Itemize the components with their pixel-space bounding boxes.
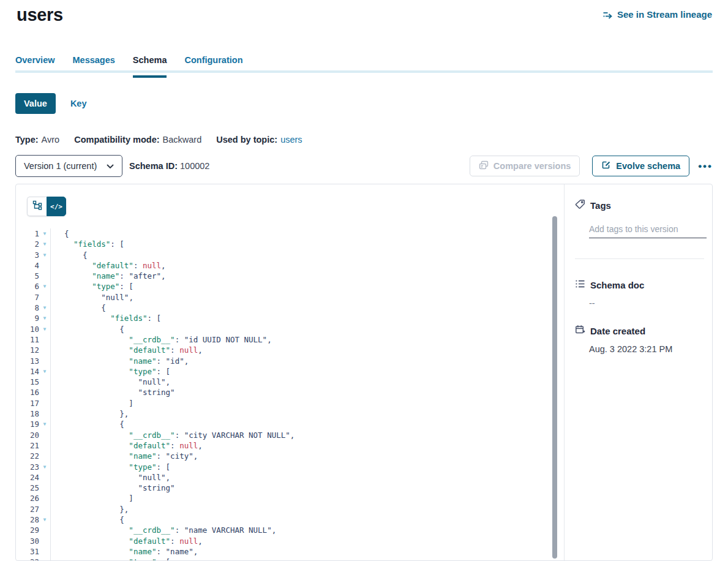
fold-toggle-icon[interactable]: ▼ (39, 303, 50, 313)
code-line: 29 "__crdb__": "name VARCHAR NULL", (16, 525, 563, 535)
see-in-stream-lineage-link[interactable]: See in Stream lineage (602, 9, 712, 20)
code-text: "name": "name", (50, 546, 563, 557)
fold-gutter (39, 271, 50, 281)
code-line: 4 "default": null, (16, 260, 563, 271)
schema-doc-title: Schema doc (590, 280, 644, 290)
line-number: 7 (16, 292, 39, 303)
lineage-link-label: See in Stream lineage (617, 9, 712, 20)
tab-overview[interactable]: Overview (15, 55, 55, 78)
code-line: 6▼ "type": [ (16, 281, 563, 292)
line-number: 6 (16, 281, 39, 292)
code-text: "string" (50, 483, 563, 493)
code-text: "default": null, (50, 440, 563, 451)
fold-toggle-icon[interactable]: ▼ (39, 366, 50, 377)
line-number: 21 (16, 440, 39, 451)
code-text: ] (50, 398, 563, 409)
tab-messages[interactable]: Messages (73, 55, 115, 78)
fold-toggle-icon[interactable]: ▼ (39, 239, 50, 249)
stream-lineage-icon (602, 10, 613, 20)
line-number: 23 (16, 462, 39, 472)
tags-title: Tags (590, 200, 611, 211)
fold-toggle-icon[interactable]: ▼ (39, 250, 50, 260)
code-line: 8▼ { (16, 303, 563, 313)
tab-schema[interactable]: Schema (133, 55, 167, 78)
code-text: "name": "after", (50, 271, 563, 281)
code-text: "default": null, (50, 260, 563, 271)
meta-label: Type: (15, 135, 39, 145)
compare-versions-button[interactable]: Compare versions (470, 156, 580, 176)
chevron-down-icon (107, 161, 114, 171)
topic-link[interactable]: users (280, 135, 302, 145)
editor-scrollbar[interactable] (552, 216, 557, 559)
copy-icon (479, 160, 489, 172)
fold-toggle-icon[interactable]: ▼ (39, 281, 50, 292)
line-number: 9 (16, 313, 39, 323)
schema-code-editor[interactable]: 1▼{2▼ "fields": [3▼ {4 "default": null,5… (16, 228, 563, 560)
date-created-section-header: Date created (575, 325, 704, 337)
add-tags-input[interactable] (589, 224, 707, 238)
fold-toggle-icon[interactable]: ▼ (39, 228, 50, 239)
schema-id: Schema ID: 100002 (129, 161, 209, 171)
code-text: "__crdb__": "id UUID NOT NULL", (50, 334, 563, 345)
line-number: 2 (16, 239, 39, 249)
code-line: 27 }, (16, 504, 563, 514)
line-number: 25 (16, 483, 39, 493)
code-line: 18 }, (16, 409, 563, 419)
schema-doc-value: -- (589, 298, 704, 308)
code-line: 20 "__crdb__": "city VARCHAR NOT NULL", (16, 430, 563, 440)
fold-gutter (39, 398, 50, 409)
fold-gutter (39, 345, 50, 355)
date-created-title: Date created (590, 326, 645, 336)
fold-gutter (39, 483, 50, 493)
key-tab-button[interactable]: Key (70, 99, 87, 108)
line-number: 12 (16, 345, 39, 355)
code-view-button[interactable]: </> (47, 197, 66, 216)
tags-section-header: Tags (575, 199, 704, 211)
fold-toggle-icon[interactable]: ▼ (39, 462, 50, 472)
fold-toggle-icon[interactable]: ▼ (39, 557, 50, 560)
fold-gutter (39, 493, 50, 503)
fold-gutter (39, 260, 50, 271)
code-line: 10▼ { (16, 324, 563, 334)
line-number: 27 (16, 504, 39, 514)
code-line: 26 ] (16, 493, 563, 503)
code-text: "null", (50, 377, 563, 387)
line-number: 3 (16, 250, 39, 260)
code-text: }, (50, 504, 563, 514)
tree-view-button[interactable] (27, 197, 47, 216)
code-line: 31 "name": "name", (16, 546, 563, 557)
code-text: "type": [ (50, 462, 563, 472)
compare-versions-label: Compare versions (493, 161, 571, 171)
version-select-value: Version 1 (current) (24, 161, 97, 171)
fold-toggle-icon[interactable]: ▼ (39, 419, 50, 429)
version-select[interactable]: Version 1 (current) (15, 155, 122, 177)
code-text: "type": [ (50, 281, 563, 292)
evolve-schema-button[interactable]: Evolve schema (592, 156, 689, 176)
code-text: "null", (50, 292, 563, 303)
code-text: "type": [ (50, 366, 563, 377)
schema-meta-row: Type:AvroCompatibility mode:BackwardUsed… (15, 135, 302, 145)
code-line: 13 "name": "id", (16, 356, 563, 366)
tab-configuration[interactable]: Configuration (184, 55, 242, 78)
code-text: "default": null, (50, 345, 563, 355)
line-number: 19 (16, 419, 39, 429)
more-options-button[interactable]: ••• (698, 161, 713, 171)
fold-toggle-icon[interactable]: ▼ (39, 324, 50, 334)
value-tab-button[interactable]: Value (15, 93, 56, 114)
line-number: 11 (16, 334, 39, 345)
fold-toggle-icon[interactable]: ▼ (39, 514, 50, 525)
line-number: 1 (16, 228, 39, 239)
line-number: 32 (16, 557, 39, 560)
schema-doc-section-header: Schema doc (575, 279, 704, 291)
fold-gutter (39, 430, 50, 440)
code-line: 23▼ "type": [ (16, 462, 563, 472)
line-number: 29 (16, 525, 39, 535)
schema-id-value: 100002 (180, 161, 209, 171)
fold-toggle-icon[interactable]: ▼ (39, 313, 50, 323)
line-number: 20 (16, 430, 39, 440)
code-line: 28▼ { (16, 514, 563, 525)
line-number: 15 (16, 377, 39, 387)
code-line: 2▼ "fields": [ (16, 239, 563, 249)
line-number: 24 (16, 472, 39, 483)
code-line: 7 "null", (16, 292, 563, 303)
